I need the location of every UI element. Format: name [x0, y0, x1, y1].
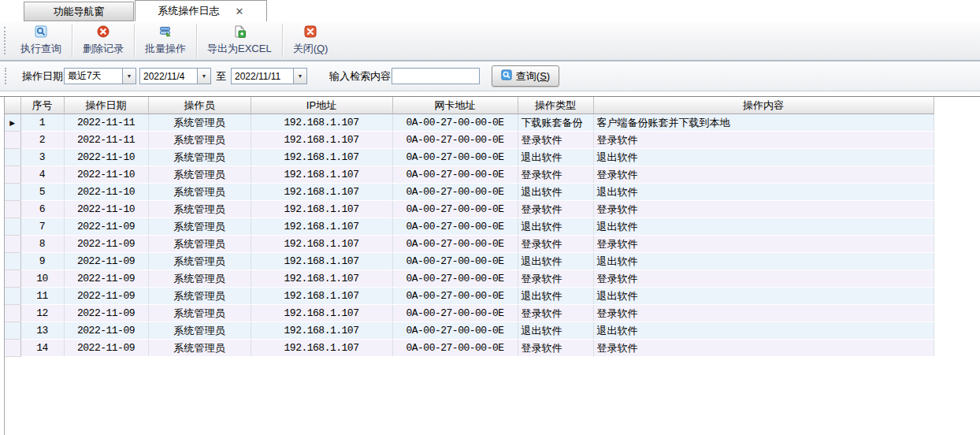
cell-type[interactable]: 退出软件	[518, 218, 593, 236]
cell-operator[interactable]: 系统管理员	[148, 322, 251, 340]
column-header-seq[interactable]: 序号	[20, 97, 64, 114]
table-row[interactable]: ▶12022-11-11系统管理员192.168.1.1070A-00-27-0…	[5, 114, 934, 132]
cell-ip[interactable]: 192.168.1.107	[251, 201, 392, 218]
delete-record-button[interactable]: 删除记录	[72, 21, 134, 60]
cell-content[interactable]: 退出软件	[593, 288, 934, 305]
cell-mac[interactable]: 0A-00-27-00-00-0E	[392, 322, 518, 340]
cell-seq[interactable]: 8	[20, 236, 64, 253]
cell-content[interactable]: 退出软件	[593, 322, 934, 340]
tab-system-operation-log[interactable]: 系统操作日志 ✕	[135, 0, 267, 21]
table-row[interactable]: 122022-11-09系统管理员192.168.1.1070A-00-27-0…	[5, 305, 934, 322]
cell-date[interactable]: 2022-11-10	[64, 166, 148, 184]
date-from-picker[interactable]: 2022/11/4 ▼	[139, 68, 211, 84]
cell-date[interactable]: 2022-11-10	[64, 149, 148, 166]
column-header-content[interactable]: 操作内容	[593, 97, 934, 114]
cell-content[interactable]: 退出软件	[593, 184, 934, 201]
cell-mac[interactable]: 0A-00-27-00-00-0E	[392, 149, 518, 166]
cell-content[interactable]: 登录软件	[593, 270, 934, 288]
table-row[interactable]: 22022-11-11系统管理员192.168.1.1070A-00-27-00…	[5, 132, 934, 149]
cell-content[interactable]: 登录软件	[593, 305, 934, 322]
cell-type[interactable]: 退出软件	[518, 253, 593, 270]
date-range-select[interactable]: 最近7天 ▼	[64, 68, 136, 84]
row-selector-cell[interactable]	[5, 149, 20, 166]
cell-ip[interactable]: 192.168.1.107	[251, 253, 392, 270]
table-row[interactable]: 142022-11-09系统管理员192.168.1.1070A-00-27-0…	[5, 340, 934, 357]
date-to-picker[interactable]: 2022/11/11 ▼	[231, 68, 307, 84]
cell-operator[interactable]: 系统管理员	[148, 340, 251, 357]
cell-seq[interactable]: 4	[20, 166, 64, 184]
cell-seq[interactable]: 11	[20, 288, 64, 305]
cell-ip[interactable]: 192.168.1.107	[251, 305, 392, 322]
batch-operation-button[interactable]: 批量操作	[135, 21, 196, 60]
cell-mac[interactable]: 0A-00-27-00-00-0E	[392, 184, 518, 201]
cell-operator[interactable]: 系统管理员	[148, 114, 251, 132]
cell-mac[interactable]: 0A-00-27-00-00-0E	[392, 218, 518, 236]
cell-date[interactable]: 2022-11-10	[64, 184, 148, 201]
cell-type[interactable]: 登录软件	[518, 201, 593, 218]
row-selector-cell[interactable]	[5, 288, 20, 305]
cell-mac[interactable]: 0A-00-27-00-00-0E	[392, 132, 518, 149]
row-selector-cell[interactable]	[5, 218, 20, 236]
cell-content[interactable]: 退出软件	[593, 149, 934, 166]
row-selector-cell[interactable]	[5, 184, 20, 201]
table-row[interactable]: 72022-11-09系统管理员192.168.1.1070A-00-27-00…	[5, 218, 934, 236]
row-selector-cell[interactable]	[5, 340, 20, 357]
cell-ip[interactable]: 192.168.1.107	[251, 270, 392, 288]
cell-ip[interactable]: 192.168.1.107	[251, 166, 392, 184]
cell-operator[interactable]: 系统管理员	[148, 236, 251, 253]
cell-date[interactable]: 2022-11-09	[64, 253, 148, 270]
cell-seq[interactable]: 6	[20, 201, 64, 218]
cell-seq[interactable]: 10	[20, 270, 64, 288]
column-header-date[interactable]: 操作日期	[64, 97, 148, 114]
cell-seq[interactable]: 2	[20, 132, 64, 149]
cell-mac[interactable]: 0A-00-27-00-00-0E	[392, 288, 518, 305]
cell-mac[interactable]: 0A-00-27-00-00-0E	[392, 114, 518, 132]
row-selector-cell[interactable]	[5, 132, 20, 149]
cell-type[interactable]: 下载账套备份	[518, 114, 593, 132]
cell-content[interactable]: 退出软件	[593, 253, 934, 270]
table-row[interactable]: 82022-11-09系统管理员192.168.1.1070A-00-27-00…	[5, 236, 934, 253]
row-selector-cell[interactable]	[5, 322, 20, 340]
cell-type[interactable]: 退出软件	[518, 184, 593, 201]
cell-date[interactable]: 2022-11-11	[64, 132, 148, 149]
row-selector-cell[interactable]	[5, 305, 20, 322]
chevron-down-icon[interactable]: ▼	[293, 69, 306, 84]
cell-content[interactable]: 登录软件	[593, 340, 934, 357]
cell-date[interactable]: 2022-11-09	[64, 322, 148, 340]
cell-content[interactable]: 退出软件	[593, 218, 934, 236]
cell-ip[interactable]: 192.168.1.107	[251, 322, 392, 340]
search-input[interactable]	[392, 68, 480, 84]
column-header-type[interactable]: 操作类型	[518, 97, 593, 114]
cell-type[interactable]: 退出软件	[518, 322, 593, 340]
table-row[interactable]: 52022-11-10系统管理员192.168.1.1070A-00-27-00…	[5, 184, 934, 201]
cell-date[interactable]: 2022-11-09	[64, 305, 148, 322]
cell-content[interactable]: 登录软件	[593, 166, 934, 184]
table-row[interactable]: 92022-11-09系统管理员192.168.1.1070A-00-27-00…	[5, 253, 934, 270]
cell-seq[interactable]: 14	[20, 340, 64, 357]
cell-operator[interactable]: 系统管理员	[148, 218, 251, 236]
query-button[interactable]: 查询(S)	[492, 65, 559, 87]
cell-seq[interactable]: 13	[20, 322, 64, 340]
cell-mac[interactable]: 0A-00-27-00-00-0E	[392, 201, 518, 218]
cell-type[interactable]: 登录软件	[518, 305, 593, 322]
table-row[interactable]: 102022-11-09系统管理员192.168.1.1070A-00-27-0…	[5, 270, 934, 288]
cell-mac[interactable]: 0A-00-27-00-00-0E	[392, 253, 518, 270]
cell-type[interactable]: 登录软件	[518, 270, 593, 288]
cell-mac[interactable]: 0A-00-27-00-00-0E	[392, 305, 518, 322]
execute-query-button[interactable]: 执行查询	[10, 21, 72, 60]
cell-type[interactable]: 退出软件	[518, 149, 593, 166]
cell-date[interactable]: 2022-11-09	[64, 270, 148, 288]
cell-type[interactable]: 登录软件	[518, 340, 593, 357]
cell-ip[interactable]: 192.168.1.107	[251, 288, 392, 305]
cell-operator[interactable]: 系统管理员	[148, 201, 251, 218]
cell-operator[interactable]: 系统管理员	[148, 288, 251, 305]
cell-mac[interactable]: 0A-00-27-00-00-0E	[392, 270, 518, 288]
cell-ip[interactable]: 192.168.1.107	[251, 236, 392, 253]
cell-operator[interactable]: 系统管理员	[148, 132, 251, 149]
cell-ip[interactable]: 192.168.1.107	[251, 149, 392, 166]
tab-close-icon[interactable]: ✕	[236, 6, 244, 17]
cell-seq[interactable]: 9	[20, 253, 64, 270]
cell-content[interactable]: 登录软件	[593, 236, 934, 253]
cell-content[interactable]: 客户端备份账套并下载到本地	[593, 114, 934, 132]
cell-operator[interactable]: 系统管理员	[148, 149, 251, 166]
